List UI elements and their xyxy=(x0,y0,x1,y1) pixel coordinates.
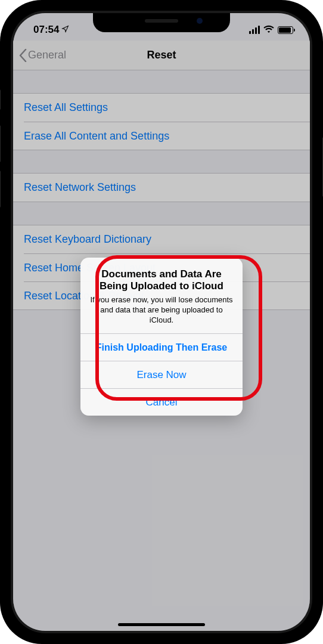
device-frame: 07:54 General xyxy=(0,0,323,644)
volume-up-button[interactable] xyxy=(0,125,1,162)
alert-title: Documents and Data Are Being Uploaded to… xyxy=(89,268,234,293)
finish-uploading-button[interactable]: Finish Uploading Then Erase xyxy=(80,333,243,361)
mute-switch[interactable] xyxy=(0,89,1,110)
volume-down-button[interactable] xyxy=(0,171,1,208)
alert-dialog: Documents and Data Are Being Uploaded to… xyxy=(80,258,243,416)
cancel-button[interactable]: Cancel xyxy=(80,388,243,416)
screen: 07:54 General xyxy=(13,13,310,631)
erase-now-button[interactable]: Erase Now xyxy=(80,361,243,388)
alert-message: If you erase now, you will lose document… xyxy=(89,295,234,326)
